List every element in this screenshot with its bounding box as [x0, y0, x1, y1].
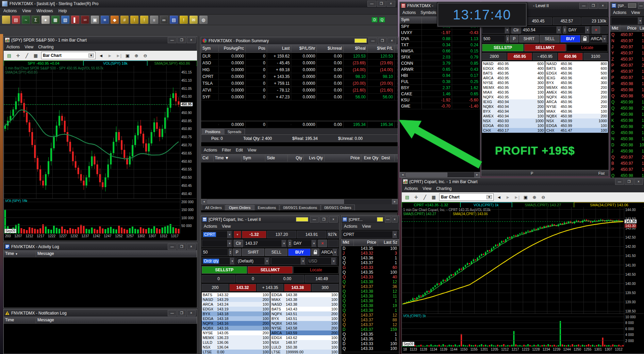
quote-row[interactable]: P450.972	[610, 62, 644, 68]
cprt-volume-pane[interactable]: VOL(CPRT) 1k 10 0008 0006 0004 0002 000 …	[402, 313, 644, 347]
col-last[interactable]: Last	[267, 45, 292, 52]
book-row[interactable]: EDGX450.95400	[482, 66, 545, 71]
col-unreal[interactable]: $Unreal	[317, 45, 344, 52]
lock-icon[interactable]	[581, 35, 589, 43]
route-select[interactable]: ARCA▼	[320, 248, 338, 256]
scroll-thumb[interactable]	[207, 199, 344, 204]
tab-positions[interactable]: Positions	[202, 129, 224, 134]
book-row[interactable]: LULD136.06100	[202, 340, 270, 345]
order-qty-select[interactable]: Ordr qty▼	[202, 257, 236, 265]
badge-q[interactable]: Q	[379, 17, 385, 22]
short-button[interactable]: SHRT	[242, 248, 264, 256]
col-mkt[interactable]: Mkt	[610, 25, 620, 32]
quote-row[interactable]: K450.982	[610, 124, 644, 130]
book-row[interactable]: NQBX450.98200	[545, 114, 608, 118]
minimize-button[interactable]: —	[385, 216, 391, 223]
book-row[interactable]: NQPX450.95100	[482, 95, 545, 99]
qty-stepper[interactable]: ▲▼	[229, 248, 232, 256]
price-input[interactable]: 143.37▼	[244, 240, 287, 247]
buy-button[interactable]: BUY	[560, 35, 580, 43]
book-row[interactable]: MIAX450.95100	[482, 90, 545, 95]
book-row[interactable]: EDGA143.18100	[202, 316, 270, 321]
globe-icon[interactable]: ◍	[199, 16, 208, 24]
watchlist-row[interactable]: CONN3.790.85	[400, 60, 480, 66]
book-row[interactable]: NSX148.97100	[270, 340, 338, 345]
book-row[interactable]: NASD450.96800	[545, 61, 608, 66]
book-row[interactable]: NQPX143.16200	[202, 321, 270, 326]
link-indicator[interactable]	[354, 38, 367, 43]
book-row[interactable]: IEXG450.96400	[545, 76, 608, 80]
zoom-out-icon[interactable]: ⊖	[540, 194, 547, 200]
book-row[interactable]: ARCA143.24100	[202, 302, 270, 307]
quote-row[interactable]: P450.981	[610, 81, 644, 87]
col-plshr[interactable]: $P/L/Shr	[291, 45, 317, 52]
position-button[interactable]: P	[233, 248, 241, 256]
col-last[interactable]: Last	[638, 25, 644, 32]
activity-log-body[interactable]	[4, 257, 197, 306]
book-row[interactable]: BYX450.96300	[545, 80, 608, 85]
book-row[interactable]: MIAX450.96100	[545, 109, 608, 114]
close-button[interactable]: ×	[386, 1, 395, 7]
menu-item-windows[interactable]: Windows	[36, 9, 53, 13]
table-row[interactable]: TSLA0.00000+ 759.110.00000.00(20.00)(20.…	[201, 80, 398, 87]
nav-back-icon[interactable]: ◄	[496, 194, 502, 200]
tab-all-orders[interactable]: All Orders	[202, 205, 225, 210]
sell-button[interactable]: SELL	[265, 248, 287, 256]
book-icon[interactable]: ▤	[404, 194, 411, 200]
spy-vol-legend[interactable]: VOL(SPY) 18k	[83, 61, 147, 66]
col-price[interactable]: Price	[620, 25, 638, 32]
scroll-right-icon[interactable]: ►	[392, 199, 398, 204]
preset-select[interactable]: (Default)▼	[236, 257, 270, 265]
locate-button[interactable]: Locate	[566, 44, 608, 51]
clear-button[interactable]: Clr	[511, 26, 521, 34]
account-select[interactable]: ▼	[482, 26, 511, 34]
zoom-in-icon[interactable]: ⊕	[531, 194, 538, 200]
watchlist-row[interactable]: TXT0.340.24	[400, 42, 480, 48]
book-row[interactable]: BYX143.51100	[270, 316, 338, 321]
qty-input[interactable]: 500	[482, 35, 505, 43]
col-time[interactable]: Time ▼	[214, 155, 242, 161]
candle-icon[interactable]: ▌	[71, 16, 79, 24]
watchlist-row[interactable]: GME-0.70-1.40	[400, 103, 480, 109]
book-row[interactable]: NQBX143.56100	[270, 321, 338, 326]
quote-row[interactable]: J450.971	[610, 44, 644, 50]
cprt-price-legend[interactable]: CPRT +143.35 -1.32	[402, 202, 460, 208]
book-row[interactable]: NQPX143.51200	[270, 311, 338, 316]
blank-field[interactable]	[601, 26, 608, 34]
blank-field[interactable]	[328, 240, 338, 247]
cprt-vol-legend[interactable]: VOL(CPRT) 1k	[460, 202, 512, 208]
menu-item-charting[interactable]: Charting	[38, 45, 53, 49]
cancel-x-button[interactable]: ×	[318, 240, 327, 247]
menu-item-view[interactable]: View	[631, 10, 640, 15]
table-row[interactable]: DLR0.00000+ 159.620.00000.00120.53120.53	[201, 53, 398, 60]
book-row[interactable]: EDGA450.93100	[482, 123, 545, 128]
book-row[interactable]: NASD450.95600	[482, 61, 545, 66]
book-row[interactable]: AMEX450.94100	[482, 114, 545, 118]
quote-row[interactable]: N450.971	[610, 38, 644, 44]
book-row[interactable]: MEMX136.23100	[202, 335, 270, 340]
quote-row[interactable]: D450.981	[610, 87, 644, 93]
col-price[interactable]: Price	[325, 155, 361, 161]
menu-item-actions[interactable]: Actions	[204, 148, 217, 152]
col-time[interactable]: Time ▼	[4, 250, 36, 257]
activity-log-titlebar[interactable]: FNVIKTDMX - Activity Log — ❐ ×	[4, 243, 197, 250]
blue-book-icon[interactable]: ▤	[170, 16, 178, 24]
list-panel-icon[interactable]: ≡	[101, 16, 109, 24]
menu-item-actions[interactable]: Actions	[613, 10, 626, 15]
trendline-icon[interactable]: ╱	[23, 52, 30, 59]
price-stepper[interactable]: ▲▼	[288, 240, 292, 247]
book-row[interactable]: BYX450.94100	[482, 109, 545, 114]
quote-row[interactable]: Q450.972	[610, 154, 644, 160]
watchlist-row[interactable]: FUL0.380.25	[400, 79, 480, 85]
locate-button[interactable]: Locate	[293, 266, 338, 274]
table-row[interactable]: SYF0.00000+ 47.230.00000.0056.0056.00	[201, 94, 398, 100]
spy-price-pane[interactable]: 1 min Bar Chart SPDR S&&P 500 - SPY 450.…	[4, 66, 196, 198]
nav-forward-icon[interactable]: ►	[505, 194, 511, 200]
maximize-button[interactable]: ❐	[589, 3, 598, 9]
close-button[interactable]: ×	[392, 216, 398, 223]
watchlist-row[interactable]: UVXY-1.97-0.43	[400, 30, 480, 36]
maximize-button[interactable]: ❐	[319, 216, 328, 223]
menu-item-help[interactable]: Help	[59, 9, 67, 13]
quote-row[interactable]: Q450.982	[610, 105, 644, 111]
quote-row[interactable]: B450.971	[610, 160, 644, 166]
